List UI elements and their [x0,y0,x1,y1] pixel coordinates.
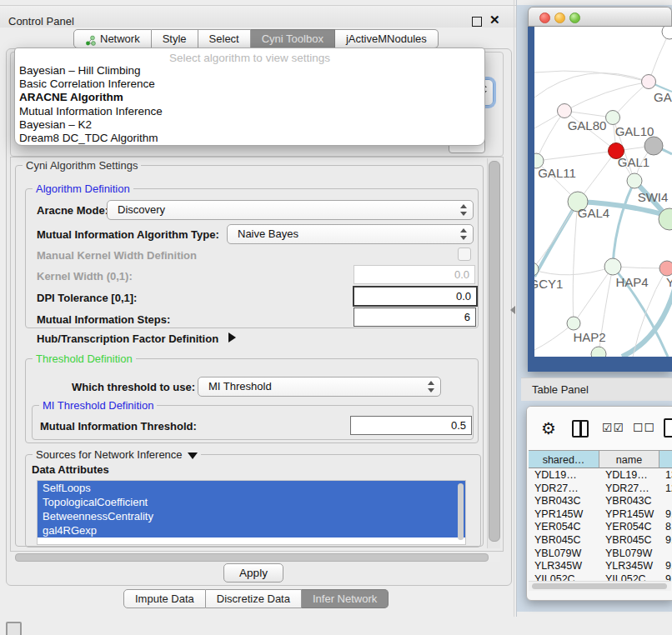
network-window-titlebar[interactable] [528,7,672,27]
attribute-item-selfloops[interactable]: SelfLoops [38,481,465,495]
tab-jactivemnodules[interactable]: jActiveMNodules [335,29,439,48]
network-node[interactable] [606,111,620,125]
splitter-collapse-icon[interactable] [510,306,515,314]
which-threshold-combo[interactable]: MI Threshold [198,377,441,397]
attribute-item-gal4rgexp[interactable]: gal4RGexp [38,523,465,538]
network-node[interactable] [567,317,580,330]
tab-cyni-toolbox[interactable]: Cyni Toolbox [251,29,335,48]
kernel-width-field[interactable]: 0.0 [354,265,475,284]
table-row[interactable]: YBR045CYBR045C9. [529,534,672,548]
dropdown-item-dream8-dc-tdc-algorithm[interactable]: Dream8 DC_TDC Algorithm [15,132,484,145]
apply-button[interactable]: Apply [223,563,283,582]
attribute-item-topologicalcoefficient[interactable]: TopologicalCoefficient [38,495,465,509]
dropdown-item-basic-correlation-inference[interactable]: Basic Correlation Inference [15,78,484,91]
threshold-definition-title: Threshold Definition [33,352,136,365]
table-row[interactable]: YBL079WYBL079W [529,548,672,561]
table-cell: YER054C [529,521,599,534]
network-node[interactable] [659,261,672,276]
network-edge [574,267,613,323]
select-all-rows-icon[interactable]: ☑☑ [602,421,624,434]
minimize-traffic-light-icon[interactable] [554,12,565,23]
dropdown-item-bayesian-hill-climbing[interactable]: Bayesian – Hill Climbing [15,64,484,78]
mi-type-combo[interactable]: Naive Bayes [227,224,474,244]
node-label: HAP4 [615,275,648,289]
network-edge [613,181,634,267]
table-horizontal-scrollbar-thumb[interactable] [532,583,667,589]
tab-label: Style [163,30,187,48]
float-window-icon[interactable] [472,17,482,27]
aracne-mode-combo[interactable]: Discovery [107,200,474,220]
dropdown-item-bayesian-k2[interactable]: Bayesian – K2 [15,118,484,132]
table-row[interactable]: YDR27…YDR27…12 [529,482,672,496]
table-row[interactable]: YBR043CYBR043C [529,495,672,508]
network-edge [534,323,574,350]
table-row[interactable]: YPR145WYPR145W9. [529,508,672,522]
node-label: SWI4 [638,190,669,204]
network-node[interactable] [627,173,642,188]
node-label: GAL4 [578,206,609,220]
tab-style[interactable]: Style [152,29,198,48]
tab-label: Infer Network [313,590,377,608]
combo-stepper-icon [459,228,467,240]
network-edge [536,111,564,161]
network-node[interactable] [591,347,606,357]
tab-label: Cyni Toolbox [262,30,323,48]
column-header-a[interactable]: A [659,450,672,468]
table-row[interactable]: YDL19…YDL19…13 [529,469,672,482]
mi-threshold-field[interactable]: 0.5 [350,416,472,435]
tab-label: Discretize Data [217,590,290,608]
network-node[interactable] [644,137,663,155]
minimized-panel-icon[interactable] [6,622,22,635]
expand-arrow-icon[interactable] [228,332,236,342]
tab-select[interactable]: Select [198,29,251,48]
dropdown-item-aracne-algorithm[interactable]: ARACNE Algorithm [15,91,484,104]
data-attributes-label: Data Attributes [32,463,109,476]
tab-infer-network[interactable]: Infer Network [302,589,389,608]
control-panel-titlebar: Control Panel ✕ [0,5,517,28]
zoom-traffic-light-icon[interactable] [569,12,580,23]
table-horizontal-scrollbar[interactable] [529,581,671,591]
mi-steps-field[interactable]: 6 [354,308,476,327]
mi-threshold-group-title: MI Threshold Definition [39,399,157,412]
network-node[interactable] [662,27,672,39]
mi-type-value: Naive Bayes [238,228,298,240]
column-visibility-icon[interactable] [572,420,589,438]
table-body: YDL19…YDL19…13YDR27…YDR27…12YBR043CYBR04… [529,469,672,581]
table-row[interactable]: YER054CYER054C8. [529,521,672,534]
hub-section-label[interactable]: Hub/Transcription Factor Definition [37,332,218,345]
column-header-shared[interactable]: shared… [529,450,599,468]
attribute-item-betweennesscentrality[interactable]: BetweennessCentrality [38,509,465,523]
table-cell [659,548,672,561]
manual-kernel-checkbox[interactable] [458,248,471,261]
tab-network[interactable]: Network [73,29,152,48]
table-cell: YDL19… [529,469,599,482]
column-header-name[interactable]: name [599,450,659,468]
network-node[interactable] [558,104,572,118]
close-icon[interactable]: ✕ [489,12,500,28]
which-threshold-value: MI Threshold [208,380,272,392]
network-canvas[interactable]: GALGAL80GAL10GAL1GAL11GAL4SWI4GCY1HAP4YH… [534,27,672,357]
network-view-window: GALGAL80GAL10GAL1GAL11GAL4SWI4GCY1HAP4YH… [528,7,672,372]
dropdown-item-mutual-information-inference[interactable]: Mutual Information Inference [15,105,484,118]
deselect-all-rows-icon[interactable]: ☐☐ [633,421,655,434]
table-settings-gear-icon[interactable]: ⚙ [541,418,556,438]
network-node[interactable] [642,75,656,89]
export-table-icon[interactable] [664,418,672,438]
network-node[interactable] [534,262,539,276]
table-cell: YBL079W [529,548,599,561]
sources-title[interactable]: Sources for Network Inference [33,448,201,461]
tab-impute-data[interactable]: Impute Data [123,589,206,608]
data-attributes-list: SelfLoopsTopologicalCoefficientBetweenne… [37,480,466,545]
settings-horizontal-scrollbar-thumb[interactable] [15,553,489,562]
table-cell: 13 [659,469,672,482]
table-row[interactable]: YIL052CYIL052C9. [529,573,672,581]
settings-vertical-scrollbar-thumb[interactable] [489,161,500,542]
tab-discretize-data[interactable]: Discretize Data [206,589,302,608]
table-cell: YBR043C [599,495,659,508]
list-scrollbar-thumb[interactable] [458,483,464,540]
table-panel-titlebar: Table Panel [521,378,672,401]
table-row[interactable]: YLR345WYLR345W9. [529,560,672,573]
dpi-tolerance-field[interactable]: 0.0 [353,286,478,307]
network-node[interactable] [604,258,621,275]
close-traffic-light-icon[interactable] [539,12,550,23]
